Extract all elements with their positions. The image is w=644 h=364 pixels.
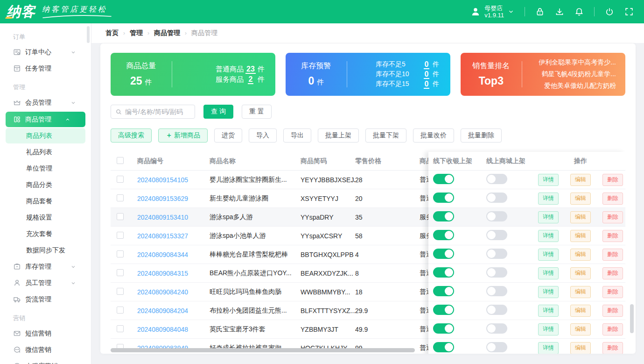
edit-button[interactable]: 编辑 bbox=[570, 230, 591, 242]
product-id-link[interactable]: 20240809154105 bbox=[137, 176, 188, 184]
row-checkbox[interactable] bbox=[117, 250, 124, 257]
offline-shelf-toggle[interactable] bbox=[433, 230, 454, 240]
add-product-button[interactable]: ＋新增商品 bbox=[158, 128, 208, 143]
breadcrumb-product-manage[interactable]: 商品管理 bbox=[154, 29, 180, 37]
purchase-button[interactable]: 进货 bbox=[214, 128, 242, 143]
offline-shelf-toggle[interactable] bbox=[433, 342, 454, 352]
sidebar-subitem-product-list[interactable]: 商品列表 bbox=[6, 128, 85, 143]
offline-shelf-toggle[interactable] bbox=[433, 211, 454, 221]
detail-button[interactable]: 详情 bbox=[538, 342, 559, 354]
download-icon[interactable] bbox=[555, 7, 564, 16]
delete-button[interactable]: 删除 bbox=[602, 230, 623, 242]
row-checkbox[interactable] bbox=[117, 288, 124, 295]
product-id-link[interactable]: 20240809153629 bbox=[137, 195, 188, 202]
offline-shelf-toggle[interactable] bbox=[433, 174, 454, 184]
online-shelf-toggle[interactable] bbox=[486, 267, 507, 278]
detail-button[interactable]: 详情 bbox=[538, 323, 559, 335]
detail-button[interactable]: 详情 bbox=[538, 267, 559, 279]
sidebar-subitem-recharge-package[interactable]: 充次套餐 bbox=[6, 226, 85, 242]
detail-button[interactable]: 详情 bbox=[538, 305, 559, 317]
edit-button[interactable]: 编辑 bbox=[570, 267, 591, 279]
normal-goods-count[interactable]: 23 bbox=[245, 65, 256, 74]
reset-button[interactable]: 重 置 bbox=[242, 105, 272, 119]
edit-button[interactable]: 编辑 bbox=[570, 211, 591, 223]
detail-button[interactable]: 详情 bbox=[538, 193, 559, 205]
delete-button[interactable]: 删除 bbox=[602, 174, 623, 186]
sidebar-item-staff-manage[interactable]: 员工管理 bbox=[0, 275, 91, 291]
breadcrumb-manage[interactable]: 管理 bbox=[130, 29, 143, 37]
sidebar-subitem-gift-list[interactable]: 礼品列表 bbox=[6, 144, 85, 160]
account-menu[interactable]: 母婴店 v1.9.11 bbox=[470, 5, 514, 19]
delete-button[interactable]: 删除 bbox=[602, 305, 623, 317]
offline-shelf-toggle[interactable] bbox=[433, 323, 454, 334]
breadcrumb-home[interactable]: 首页 bbox=[105, 29, 119, 37]
batch-reprice-button[interactable]: 批量改价 bbox=[413, 128, 454, 143]
offline-shelf-toggle[interactable] bbox=[433, 193, 454, 203]
delete-button[interactable]: 删除 bbox=[602, 286, 623, 298]
delete-button[interactable]: 删除 bbox=[602, 267, 623, 279]
vertical-scrollbar[interactable] bbox=[630, 304, 634, 333]
offline-shelf-toggle[interactable] bbox=[433, 305, 454, 315]
sidebar-scrollbar[interactable] bbox=[87, 26, 90, 43]
sidebar-subitem-data-sync[interactable]: 数据同步下发 bbox=[6, 243, 85, 258]
product-id-link[interactable]: 20240809153410 bbox=[137, 214, 188, 221]
product-id-link[interactable]: 20240809153327 bbox=[137, 232, 188, 240]
low-stock-15-count[interactable]: 0 bbox=[424, 80, 430, 89]
detail-button[interactable]: 详情 bbox=[538, 249, 559, 261]
sidebar-item-miniapp-marketing[interactable]: 小程序营销 bbox=[0, 358, 91, 364]
sidebar-subitem-product-package[interactable]: 商品套餐 bbox=[6, 193, 85, 209]
online-shelf-toggle[interactable] bbox=[486, 286, 507, 296]
sidebar-subitem-unit-manage[interactable]: 单位管理 bbox=[6, 161, 85, 176]
sidebar-item-member-manage[interactable]: 会员管理 bbox=[0, 94, 91, 111]
bell-icon[interactable] bbox=[574, 7, 584, 16]
advanced-search-button[interactable]: 高级搜索 bbox=[111, 128, 152, 143]
sidebar-item-inventory-manage[interactable]: 库存管理 bbox=[0, 258, 91, 275]
low-stock-5-count[interactable]: 0 bbox=[424, 60, 430, 69]
edit-button[interactable]: 编辑 bbox=[570, 193, 591, 205]
online-shelf-toggle[interactable] bbox=[486, 174, 507, 184]
row-checkbox[interactable] bbox=[117, 176, 124, 183]
low-stock-10-count[interactable]: 0 bbox=[424, 70, 430, 79]
horizontal-scrollbar[interactable] bbox=[111, 348, 415, 352]
detail-button[interactable]: 详情 bbox=[538, 286, 559, 298]
online-shelf-toggle[interactable] bbox=[486, 342, 507, 352]
sidebar-item-order-center[interactable]: 订单中心 bbox=[0, 44, 91, 60]
batch-delete-button[interactable]: 批量删除 bbox=[461, 128, 502, 143]
detail-button[interactable]: 详情 bbox=[538, 211, 559, 223]
product-id-link[interactable]: 20240809084315 bbox=[137, 270, 188, 277]
online-shelf-toggle[interactable] bbox=[486, 249, 507, 259]
edit-button[interactable]: 编辑 bbox=[570, 305, 591, 317]
product-id-link[interactable]: 20240809084240 bbox=[137, 288, 188, 296]
batch-off-shelf-button[interactable]: 批量下架 bbox=[365, 128, 406, 143]
online-shelf-toggle[interactable] bbox=[486, 193, 507, 203]
online-shelf-toggle[interactable] bbox=[486, 323, 507, 334]
power-icon[interactable] bbox=[605, 7, 614, 16]
offline-shelf-toggle[interactable] bbox=[433, 249, 454, 259]
row-checkbox[interactable] bbox=[117, 307, 124, 314]
search-input[interactable] bbox=[125, 108, 190, 115]
delete-button[interactable]: 删除 bbox=[602, 211, 623, 223]
sidebar-item-task-manage[interactable]: 任务管理 bbox=[0, 60, 91, 77]
detail-button[interactable]: 详情 bbox=[538, 230, 559, 242]
sidebar-item-logistics-manage[interactable]: 货流管理 bbox=[0, 291, 91, 307]
edit-button[interactable]: 编辑 bbox=[570, 323, 591, 335]
delete-button[interactable]: 删除 bbox=[602, 342, 623, 354]
product-id-link[interactable]: 20240809084344 bbox=[137, 251, 188, 258]
row-checkbox[interactable] bbox=[117, 194, 124, 201]
import-button[interactable]: 导入 bbox=[249, 128, 277, 143]
product-id-link[interactable]: 20240809084048 bbox=[137, 326, 188, 333]
row-checkbox[interactable] bbox=[117, 213, 124, 220]
offline-shelf-toggle[interactable] bbox=[433, 286, 454, 296]
row-checkbox[interactable] bbox=[117, 232, 124, 239]
offline-shelf-toggle[interactable] bbox=[433, 267, 454, 278]
sidebar-subitem-product-category[interactable]: 商品分类 bbox=[6, 177, 85, 193]
detail-button[interactable]: 详情 bbox=[538, 174, 559, 186]
online-shelf-toggle[interactable] bbox=[486, 211, 507, 221]
delete-button[interactable]: 删除 bbox=[602, 193, 623, 205]
sidebar-item-wechat-marketing[interactable]: 微信营销 bbox=[0, 342, 91, 358]
service-goods-count[interactable]: 2 bbox=[248, 75, 254, 84]
batch-on-shelf-button[interactable]: 批量上架 bbox=[318, 128, 359, 143]
row-checkbox[interactable] bbox=[117, 269, 124, 276]
edit-button[interactable]: 编辑 bbox=[570, 249, 591, 261]
lock-icon[interactable] bbox=[535, 7, 545, 16]
